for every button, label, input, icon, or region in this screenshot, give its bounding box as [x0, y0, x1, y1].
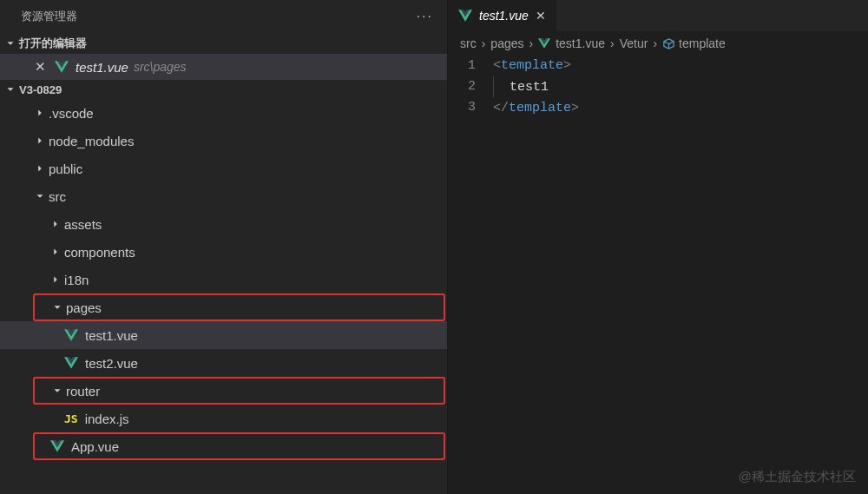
code-line: <template>	[493, 56, 868, 76]
vue-icon	[50, 440, 64, 452]
line-numbers: 1 2 3	[448, 56, 493, 119]
code-line: test1	[493, 76, 868, 98]
cube-icon	[662, 37, 675, 50]
chevron-right-icon: ›	[529, 36, 534, 50]
open-editor-item[interactable]: ✕ test1.vue src\pages	[0, 54, 447, 80]
more-actions-icon[interactable]: ···	[417, 9, 433, 24]
chevron-down-icon	[3, 36, 17, 50]
chevron-down-icon	[33, 189, 47, 203]
vue-icon	[55, 61, 69, 73]
tab-filename: test1.vue	[479, 9, 529, 23]
tree-folder-src[interactable]: src	[0, 182, 447, 210]
crumb-pages[interactable]: pages	[490, 36, 523, 50]
sidebar-title: 资源管理器	[21, 9, 77, 24]
code-line: </template>	[493, 98, 868, 119]
vue-icon	[64, 357, 78, 369]
open-editor-path: src\pages	[134, 60, 187, 74]
crumb-template[interactable]: template	[662, 36, 726, 50]
chevron-down-icon	[3, 82, 17, 96]
tree-label: router	[66, 384, 100, 398]
tree-label: components	[64, 245, 135, 260]
tree-folder-i18n[interactable]: i18n	[0, 266, 447, 293]
tree-label: test1.vue	[85, 328, 138, 343]
editor-area: test1.vue ✕ src › pages › test1.vue › Ve…	[448, 0, 868, 494]
line-number: 2	[448, 76, 476, 97]
tree-label: i18n	[64, 273, 89, 287]
crumb-file[interactable]: test1.vue	[538, 36, 605, 50]
tree-label: pages	[66, 300, 102, 315]
open-editor-filename: test1.vue	[76, 60, 128, 75]
tree-label: test2.vue	[85, 356, 138, 371]
open-editors-section[interactable]: 打开的编辑器	[0, 33, 447, 54]
workspace-section[interactable]: V3-0829	[0, 80, 447, 99]
crumb-src[interactable]: src	[460, 36, 477, 50]
chevron-right-icon	[33, 134, 47, 148]
vue-icon	[538, 38, 550, 49]
close-icon[interactable]: ✕	[35, 59, 46, 75]
tree-folder-pages[interactable]: pages	[33, 293, 445, 321]
chevron-down-icon	[50, 300, 64, 314]
tree-file-indexjs[interactable]: JS index.js	[0, 405, 447, 432]
vue-icon	[64, 329, 78, 341]
tree-file-appvue[interactable]: App.vue	[33, 432, 445, 460]
chevron-right-icon	[33, 106, 47, 120]
tree-label: src	[49, 189, 66, 204]
chevron-right-icon	[49, 217, 62, 231]
workspace-name: V3-0829	[19, 83, 62, 96]
tree-label: index.js	[85, 412, 129, 426]
file-tree: .vscode node_modules public src assets c…	[0, 99, 447, 494]
chevron-right-icon: ›	[653, 36, 657, 50]
tree-label: public	[49, 161, 82, 176]
tree-label: node_modules	[49, 134, 134, 148]
js-icon: JS	[64, 412, 78, 425]
line-number: 3	[448, 97, 476, 118]
chevron-right-icon	[49, 245, 62, 259]
tree-label: App.vue	[71, 439, 119, 454]
tree-folder-components[interactable]: components	[0, 238, 447, 266]
open-editors-label: 打开的编辑器	[19, 36, 87, 51]
chevron-right-icon: ›	[482, 36, 486, 50]
editor-tab[interactable]: test1.vue ✕	[448, 0, 556, 31]
chevron-right-icon	[33, 161, 47, 175]
editor-tabs: test1.vue ✕	[448, 0, 868, 31]
tree-folder-assets[interactable]: assets	[0, 210, 447, 238]
tree-label: assets	[64, 217, 102, 232]
tree-file-test1[interactable]: test1.vue	[0, 321, 447, 349]
tree-label: .vscode	[49, 106, 94, 121]
explorer-sidebar: 资源管理器 ··· 打开的编辑器 ✕ test1.vue src\pages V…	[0, 0, 448, 494]
watermark: @稀土掘金技术社区	[739, 469, 856, 485]
vue-icon	[458, 10, 472, 22]
chevron-right-icon: ›	[610, 36, 615, 50]
line-number: 1	[448, 56, 476, 76]
crumb-vetur[interactable]: Vetur	[620, 36, 648, 50]
chevron-right-icon	[49, 273, 62, 287]
tree-file-test2[interactable]: test2.vue	[0, 349, 447, 377]
tree-folder-node-modules[interactable]: node_modules	[0, 127, 447, 155]
chevron-down-icon	[50, 384, 64, 398]
tree-folder-public[interactable]: public	[0, 155, 447, 182]
code-content[interactable]: <template> test1 </template>	[493, 56, 868, 119]
code-editor[interactable]: 1 2 3 <template> test1 </template>	[448, 56, 868, 119]
tree-folder-vscode[interactable]: .vscode	[0, 99, 447, 127]
sidebar-header: 资源管理器 ···	[0, 0, 447, 33]
tree-folder-router[interactable]: router	[33, 377, 445, 405]
breadcrumbs[interactable]: src › pages › test1.vue › Vetur › templa…	[448, 31, 868, 56]
close-icon[interactable]: ✕	[536, 9, 546, 23]
